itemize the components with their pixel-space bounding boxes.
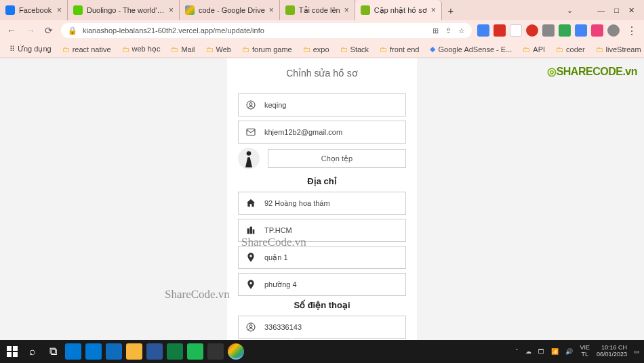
app-icon[interactable] (207, 343, 224, 360)
spotify-icon[interactable] (187, 343, 203, 360)
district-input[interactable]: quận 1 (238, 246, 406, 269)
battery-icon[interactable]: 🗔 (538, 348, 544, 355)
back-button[interactable]: ← (7, 25, 16, 36)
profile-form: Chỉnh sửa hồ sơ keqing khjem12b2@gmail.c… (227, 58, 417, 340)
wifi-icon[interactable]: 📶 (551, 348, 559, 355)
bookmark-folder[interactable]: 🗀API (519, 45, 549, 54)
svg-point-3 (247, 151, 251, 156)
bookmarks-bar: ⠿Ứng dụng 🗀react native 🗀web học 🗀Mail 🗀… (0, 41, 644, 58)
street-input[interactable]: 92 Hoàng hoa thám (238, 192, 406, 215)
start-button[interactable] (4, 343, 20, 360)
maximize-button[interactable]: □ (614, 6, 619, 14)
tab-duolingo[interactable]: Duolingo - The world's best × (68, 0, 180, 20)
ext-icon[interactable] (477, 24, 489, 37)
username-input[interactable]: keqing (238, 93, 406, 116)
drive-icon (185, 5, 195, 15)
bookmark-folder[interactable]: 🗀expo (299, 45, 334, 54)
phone-value: 336336143 (264, 323, 302, 331)
bookmark-folder[interactable]: 🗀forum game (238, 45, 296, 54)
svg-rect-13 (7, 352, 12, 357)
translate-icon[interactable]: ⊞ (432, 26, 439, 35)
search-icon[interactable]: ⌕ (24, 343, 41, 360)
vscode-icon[interactable] (85, 343, 102, 360)
new-tab-button[interactable]: + (442, 0, 460, 20)
bookmark-folder[interactable]: 🗀web học (118, 45, 165, 54)
star-icon[interactable]: ☆ (458, 26, 465, 35)
url-text: kianashop-lebalans21-60th2.vercel.app/me… (83, 26, 264, 35)
ext-icon[interactable] (559, 24, 571, 37)
bookmark-item[interactable]: ◆Google AdSense - E... (426, 45, 516, 54)
taskbar: ⌕ ⧉ ˄ ☁ 🗔 📶 🔊 VIE TL 10:16 CH 06/01/2023… (0, 340, 644, 363)
toolbar: ← → ⟳ 🔒 kianashop-lebalans21-60th2.verce… (0, 20, 644, 41)
page-content: ◎SHARECODE.vn Chỉnh sửa hồ sơ keqing khj… (0, 58, 644, 340)
bookmark-folder[interactable]: 🗀Web (202, 45, 235, 54)
watermark: ShareCode.vn (165, 288, 230, 301)
reload-button[interactable]: ⟳ (45, 25, 53, 36)
bookmark-folder[interactable]: 🗀coder (552, 45, 589, 54)
phone-input[interactable]: 336336143 (238, 316, 406, 339)
apps-button[interactable]: ⠿Ứng dụng (5, 45, 56, 54)
city-input[interactable]: TP.HCM (238, 219, 406, 242)
ext-icon[interactable] (494, 24, 506, 37)
user-icon (245, 100, 256, 110)
avatar-image (242, 149, 256, 168)
word-icon[interactable] (146, 343, 163, 360)
mail-icon[interactable] (106, 343, 122, 360)
close-icon[interactable]: × (344, 5, 349, 15)
tab-upload[interactable]: Tải code lên × (280, 0, 355, 20)
ext-icon[interactable] (607, 24, 620, 37)
pin-icon (245, 252, 256, 263)
notifications-icon[interactable]: ▭ (634, 348, 640, 355)
svg-point-7 (249, 255, 251, 257)
ime-sub: TL (580, 351, 590, 358)
email-input[interactable]: khjem12b2@gmail.com (238, 121, 406, 144)
task-view-icon[interactable]: ⧉ (45, 343, 61, 360)
bookmark-folder[interactable]: 🗀liveStream (592, 45, 644, 54)
svg-rect-4 (247, 228, 249, 234)
bookmark-folder[interactable]: 🗀react native (58, 45, 115, 54)
ext-icon[interactable] (575, 24, 587, 37)
close-icon[interactable]: × (57, 5, 62, 15)
forward-button[interactable]: → (26, 25, 35, 36)
volume-icon[interactable]: 🔊 (565, 348, 573, 355)
close-icon[interactable]: × (269, 5, 274, 15)
ext-icon[interactable] (526, 24, 538, 37)
choose-file-button[interactable]: Chọn tệp (268, 149, 406, 168)
excel-icon[interactable] (167, 343, 183, 360)
minimize-button[interactable]: — (597, 6, 605, 14)
pin-icon (245, 279, 256, 290)
system-tray: ˄ ☁ 🗔 📶 🔊 VIE TL 10:16 CH 06/01/2023 ▭ (515, 345, 640, 358)
extensions: ⋮ (477, 24, 640, 37)
ext-icon[interactable] (542, 24, 555, 37)
close-window-button[interactable]: ✕ (628, 6, 635, 15)
cloud-icon[interactable]: ☁ (525, 348, 531, 355)
ward-value: phường 4 (264, 280, 297, 289)
chrome-icon[interactable] (228, 343, 244, 360)
ext-icon[interactable] (510, 24, 522, 37)
window-controls: ⌄ — □ ✕ (560, 0, 641, 20)
edge-icon[interactable] (65, 343, 81, 360)
close-icon[interactable]: × (169, 5, 174, 15)
caret-down-icon[interactable]: ⌄ (567, 6, 573, 15)
facebook-icon (5, 5, 15, 15)
explorer-icon[interactable] (126, 343, 142, 360)
tab-profile[interactable]: Cập nhật hồ sơ × (355, 0, 442, 20)
ext-icon[interactable] (591, 24, 603, 37)
tab-facebook[interactable]: Facebook × (0, 0, 68, 20)
address-bar[interactable]: 🔒 kianashop-lebalans21-60th2.vercel.app/… (61, 23, 472, 38)
share-icon[interactable]: ⇪ (445, 26, 451, 35)
tray-chevron-icon[interactable]: ˄ (515, 348, 519, 355)
bookmark-folder[interactable]: 🗀front end (376, 45, 423, 54)
district-value: quận 1 (264, 253, 288, 262)
tab-label: Cập nhật hồ sơ (374, 6, 427, 15)
bookmark-folder[interactable]: 🗀Stack (336, 45, 374, 54)
home-icon (245, 198, 256, 209)
ward-input[interactable]: phường 4 (238, 273, 406, 296)
tab-drive[interactable]: code - Google Drive × (180, 0, 280, 20)
site-icon (361, 5, 370, 15)
close-icon[interactable]: × (431, 5, 436, 15)
avatar-row: Chọn tệp (238, 148, 406, 169)
bookmark-folder[interactable]: 🗀Mail (167, 45, 199, 54)
menu-icon[interactable]: ⋮ (624, 24, 640, 37)
city-value: TP.HCM (264, 226, 292, 234)
